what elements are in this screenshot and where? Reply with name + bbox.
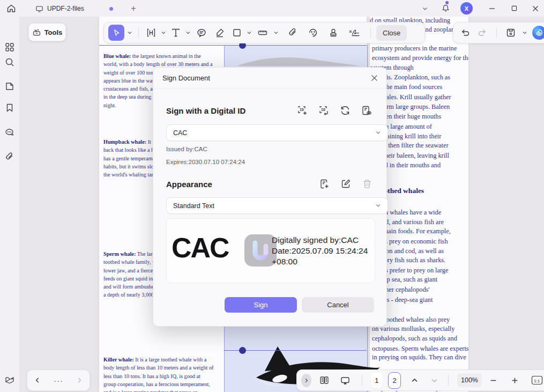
new-tab-button[interactable]: + <box>126 0 140 17</box>
issued-by-text: Issued by:CAC <box>166 146 207 152</box>
whale-image <box>233 51 361 66</box>
delete-appearance-icon[interactable] <box>361 178 373 190</box>
preview-signature-text: Digitally signed by:CAC Date:2025.07.09 … <box>272 235 368 267</box>
pdf-text-line: group cooperation, has a ferocious tempe… <box>103 380 232 388</box>
previous-page-icon[interactable] <box>411 376 419 384</box>
attach-tool-button[interactable] <box>285 25 301 41</box>
import-id-icon[interactable]: ID <box>318 105 330 116</box>
toolbar-divider <box>138 27 139 38</box>
pdf-text-line: body length of less than 10 meters and a… <box>103 364 232 372</box>
book-view-icon <box>319 375 330 386</box>
text-tool-button[interactable] <box>169 25 183 41</box>
svg-text:1:1: 1:1 <box>534 379 540 383</box>
text-tool-chevron-icon[interactable] <box>185 29 191 36</box>
preview-line: Digitally signed by:CAC <box>272 235 368 246</box>
ellipsis-menu[interactable]: ··· <box>54 376 63 385</box>
measure-tool-button[interactable] <box>255 25 271 41</box>
toolbar-divider <box>370 27 371 38</box>
page-flip-icon[interactable] <box>4 374 15 385</box>
stamp-tool-button[interactable] <box>325 25 341 41</box>
view-id-icon[interactable] <box>361 105 372 116</box>
zoom-level-badge[interactable]: 100% <box>457 373 482 387</box>
view-controls-pill: 1 2 100% 1:1 <box>296 369 544 391</box>
highlighter-icon <box>214 27 225 38</box>
notifications-button[interactable] <box>438 0 452 17</box>
sign-button[interactable]: Sign <box>225 297 297 313</box>
pdf-text-line: and is a large marine predator that prey… <box>103 388 232 392</box>
bell-icon <box>441 4 450 13</box>
close-icon <box>371 75 378 82</box>
avatar[interactable]: X <box>460 2 473 14</box>
save-button[interactable] <box>504 25 517 41</box>
digital-id-select[interactable]: CAC <box>166 124 388 141</box>
select-tool-chevron-icon[interactable] <box>126 29 133 36</box>
bookmark-icon[interactable] <box>4 102 15 113</box>
page-thumbnails-icon[interactable] <box>4 81 15 92</box>
titlebar-dropdown-button[interactable] <box>418 0 432 17</box>
dialog-title: Sign Document <box>162 74 210 82</box>
shape-tool-chevron-icon[interactable] <box>246 29 252 36</box>
heading-tool-button[interactable] <box>144 25 158 41</box>
sticker-icon <box>308 27 318 38</box>
close-tool-button[interactable]: Close <box>376 25 407 41</box>
add-appearance-icon[interactable] <box>318 178 330 190</box>
maximize-icon <box>511 5 517 11</box>
plus-icon <box>511 377 518 384</box>
sticker-tool-button[interactable] <box>305 25 321 41</box>
expand-panel-button[interactable] <box>301 374 311 387</box>
maximize-button[interactable] <box>506 0 522 17</box>
redo-icon <box>477 27 488 38</box>
document-tab[interactable]: UPDF-2-files <box>31 2 133 16</box>
edit-appearance-icon[interactable] <box>340 178 352 190</box>
shape-tool-button[interactable] <box>230 25 244 41</box>
chevron-right-icon[interactable] <box>76 376 83 384</box>
tab-file-icon <box>35 5 43 13</box>
dialog-close-button[interactable] <box>368 72 380 84</box>
grid-icon[interactable] <box>4 42 15 53</box>
paperclip-icon <box>287 27 298 38</box>
cancel-button[interactable]: Cancel <box>302 297 374 313</box>
signature-tool-button[interactable] <box>346 25 365 41</box>
two-page-view-button[interactable] <box>317 372 332 388</box>
ai-assistant-button[interactable] <box>532 26 544 40</box>
pdf-text-line: less than 10 tons. It has a high IQ, is … <box>103 372 232 380</box>
page-button-1[interactable]: 1 <box>371 373 383 388</box>
pdf-paragraph: Killer whale: It is a large toothed whal… <box>103 356 232 392</box>
measure-tool-chevron-icon[interactable] <box>273 29 279 36</box>
appearance-style-select[interactable]: Standard Text <box>166 197 388 214</box>
toolbar-divider <box>496 27 497 38</box>
comment-tool-button[interactable] <box>193 25 210 41</box>
minimize-button[interactable] <box>484 0 500 17</box>
signature-icon <box>348 27 362 38</box>
zoom-in-button[interactable] <box>509 372 520 388</box>
tab-label: UPDF-2-files <box>47 5 84 12</box>
dialog-header: Sign Document <box>153 68 386 88</box>
next-page-icon[interactable] <box>430 376 438 384</box>
home-button[interactable] <box>3 0 19 17</box>
comments-icon[interactable] <box>4 127 15 138</box>
close-window-button[interactable] <box>527 0 543 17</box>
save-chevron-icon[interactable] <box>521 29 528 36</box>
redo-button[interactable] <box>476 25 489 41</box>
digital-id-value: CAC <box>173 129 187 137</box>
search-icon[interactable] <box>4 57 15 68</box>
actual-size-button[interactable]: 1:1 <box>529 372 544 388</box>
highlighter-tool-button[interactable] <box>212 25 228 41</box>
chevron-left-icon[interactable] <box>34 376 41 384</box>
toolbar-divider <box>362 375 362 386</box>
presentation-button[interactable] <box>337 372 353 388</box>
zoom-out-button[interactable] <box>487 372 499 388</box>
digital-id-section-label: Sign with a Digital ID <box>166 106 245 115</box>
chevron-down-icon <box>375 203 381 209</box>
page-nav-pill: ··· <box>27 369 90 391</box>
field-handle-bottom[interactable] <box>239 347 246 354</box>
heading-tool-chevron-icon[interactable] <box>160 29 167 36</box>
tools-button[interactable]: Tools <box>28 23 66 41</box>
toolbar-divider <box>448 375 449 386</box>
attachment-icon[interactable] <box>4 151 15 162</box>
undo-button[interactable] <box>459 25 472 41</box>
page-button-2-current[interactable]: 2 <box>388 372 401 389</box>
refresh-id-icon[interactable] <box>339 105 351 116</box>
select-tool-button[interactable] <box>108 25 124 41</box>
add-id-icon[interactable]: ID <box>296 105 308 116</box>
